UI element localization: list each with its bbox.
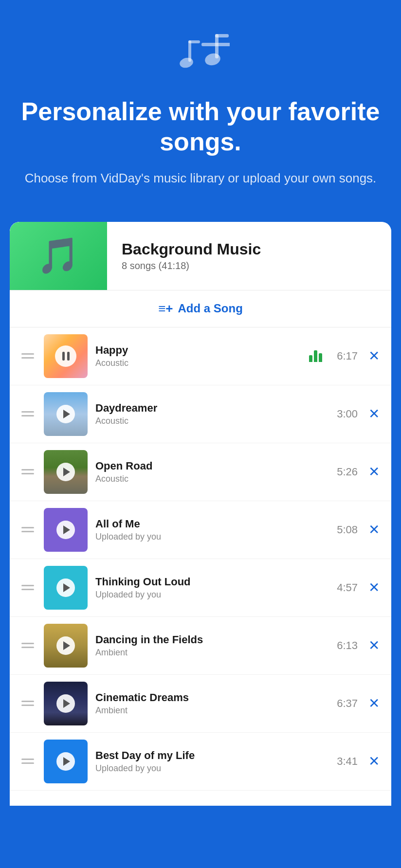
song-right: 4:57 ✕ <box>331 579 382 597</box>
remove-song-button[interactable]: ✕ <box>366 347 382 365</box>
drag-handle[interactable] <box>19 351 36 361</box>
hero-title: Personalize with your favorite songs. <box>19 96 382 157</box>
playing-bars-icon <box>309 350 322 362</box>
music-icon-container <box>19 29 382 85</box>
play-button[interactable] <box>56 521 75 539</box>
song-name: Best Day of my Life <box>95 749 323 762</box>
add-song-icon: ≡+ <box>158 301 173 316</box>
song-info: Dancing in the Fields Ambient <box>95 633 323 658</box>
song-name: Happy <box>95 344 301 357</box>
svg-rect-1 <box>215 34 229 37</box>
song-right: 3:41 ✕ <box>331 753 382 770</box>
drag-handle[interactable] <box>19 699 36 708</box>
remove-song-button[interactable]: ✕ <box>366 521 382 539</box>
play-icon <box>63 641 70 650</box>
add-song-button[interactable]: ≡+ Add a Song <box>158 301 243 316</box>
drag-handle[interactable] <box>19 583 36 592</box>
thumb-field-bg <box>44 624 88 668</box>
song-info: Happy Acoustic <box>95 344 301 368</box>
song-meta: Uploaded by you <box>95 763 323 774</box>
song-right: 5:08 ✕ <box>331 521 382 539</box>
music-card: 🎵 Background Music 8 songs (41:18) ≡+ Ad… <box>10 222 391 806</box>
song-right: 3:00 ✕ <box>331 405 382 423</box>
song-thumbnail[interactable] <box>44 334 88 378</box>
play-button[interactable] <box>56 752 75 771</box>
play-button[interactable] <box>56 463 75 481</box>
song-right: 6:37 ✕ <box>331 695 382 712</box>
song-duration: 5:26 <box>331 466 358 478</box>
song-duration: 4:57 <box>331 581 358 594</box>
add-song-bar: ≡+ Add a Song <box>10 290 391 327</box>
song-meta: Uploaded by you <box>95 590 323 600</box>
svg-rect-4 <box>188 40 200 43</box>
play-icon <box>63 583 70 592</box>
song-duration: 6:37 <box>331 697 358 710</box>
music-note-3d-icon: 🎵 <box>36 235 80 276</box>
song-thumbnail[interactable] <box>44 508 88 552</box>
play-icon <box>63 757 70 766</box>
card-subtitle: 8 songs (41:18) <box>122 260 261 271</box>
play-icon <box>63 525 70 534</box>
song-duration: 3:00 <box>331 408 358 420</box>
song-info: Thinking Out Loud Uploaded by you <box>95 576 323 600</box>
play-button[interactable] <box>56 694 75 713</box>
song-meta: Acoustic <box>95 358 301 368</box>
song-thumbnail[interactable] <box>44 624 88 668</box>
song-row: Open Road Acoustic 5:26 ✕ <box>10 443 391 501</box>
song-list: Happy Acoustic 6:17 ✕ <box>10 327 391 791</box>
play-icon <box>63 468 70 476</box>
drag-handle[interactable] <box>19 467 36 476</box>
song-thumbnail[interactable] <box>44 682 88 725</box>
song-right: 5:26 ✕ <box>331 463 382 481</box>
drag-handle[interactable] <box>19 409 36 418</box>
thumb-teal-bg <box>44 566 88 610</box>
song-name: Cinematic Dreams <box>95 691 323 704</box>
song-row: All of Me Uploaded by you 5:08 ✕ <box>10 501 391 559</box>
song-thumbnail[interactable] <box>44 740 88 783</box>
song-right: 6:17 ✕ <box>309 347 382 365</box>
pause-button[interactable] <box>55 345 76 367</box>
remove-song-button[interactable]: ✕ <box>366 637 382 654</box>
hero-subtitle: Choose from VidDay's music library or up… <box>19 169 382 188</box>
drag-handle[interactable] <box>19 525 36 534</box>
card-title: Background Music <box>122 240 261 258</box>
song-name: Daydreamer <box>95 402 323 415</box>
add-song-label: Add a Song <box>178 302 243 315</box>
play-button[interactable] <box>56 636 75 655</box>
thumb-road-bg <box>44 450 88 494</box>
play-button[interactable] <box>56 579 75 597</box>
song-info: Daydreamer Acoustic <box>95 402 323 426</box>
song-thumbnail[interactable] <box>44 392 88 436</box>
song-row: Happy Acoustic 6:17 ✕ <box>10 327 391 385</box>
song-info: Open Road Acoustic <box>95 460 323 484</box>
svg-rect-6 <box>201 43 230 46</box>
svg-point-2 <box>203 52 221 67</box>
song-row: Cinematic Dreams Ambient 6:37 ✕ <box>10 675 391 733</box>
drag-handle[interactable] <box>19 757 36 766</box>
play-button[interactable] <box>56 405 75 423</box>
remove-song-button[interactable]: ✕ <box>366 405 382 423</box>
drag-handle[interactable] <box>19 641 36 650</box>
remove-song-button[interactable]: ✕ <box>366 579 382 597</box>
song-info: All of Me Uploaded by you <box>95 518 323 542</box>
remove-song-button[interactable]: ✕ <box>366 695 382 712</box>
song-right: 6:13 ✕ <box>331 637 382 654</box>
card-header-text: Background Music 8 songs (41:18) <box>107 240 275 271</box>
music-notes-icon <box>171 29 230 83</box>
song-meta: Acoustic <box>95 416 323 426</box>
song-meta: Ambient <box>95 648 323 658</box>
svg-point-5 <box>179 56 194 70</box>
song-meta: Uploaded by you <box>95 532 323 542</box>
song-row: Dancing in the Fields Ambient 6:13 ✕ <box>10 617 391 675</box>
thumb-sky-bg <box>44 392 88 436</box>
song-row: Daydreamer Acoustic 3:00 ✕ <box>10 385 391 443</box>
remove-song-button[interactable]: ✕ <box>366 463 382 481</box>
remove-song-button[interactable]: ✕ <box>366 753 382 770</box>
song-meta: Ambient <box>95 705 323 716</box>
thumb-purple-bg <box>44 508 88 552</box>
hero-section: Personalize with your favorite songs. Ch… <box>0 0 401 207</box>
song-thumbnail[interactable] <box>44 566 88 610</box>
song-thumbnail[interactable] <box>44 450 88 494</box>
song-duration: 6:13 <box>331 639 358 652</box>
song-name: Thinking Out Loud <box>95 576 323 588</box>
